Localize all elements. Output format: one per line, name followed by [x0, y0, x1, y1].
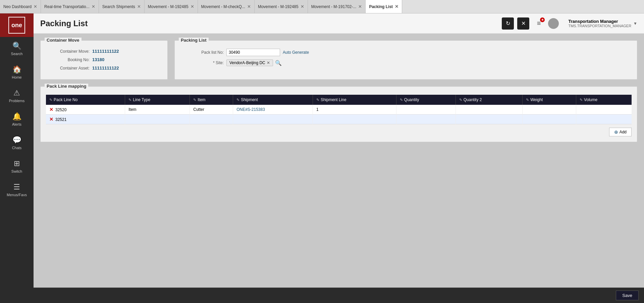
table-cell [455, 105, 522, 115]
edit-col-icon-pack-line-no[interactable]: ✎ [49, 98, 52, 102]
sidebar-label-switch: Switch [11, 169, 22, 173]
tab-movement-192485-2[interactable]: Movement - M-192485✕ [255, 0, 308, 13]
pack-list-no-row: Pack list No: Auto Generate [180, 49, 632, 56]
container-field-label: Container Move: [46, 49, 90, 54]
container-field-row: Container Asset:11111111122 [46, 66, 162, 71]
tab-close-search-shipments[interactable]: ✕ [137, 4, 141, 9]
table-cell [190, 115, 233, 124]
tab-close-movement-192485[interactable]: ✕ [191, 4, 194, 9]
table-row[interactable]: ✕32520ItemCutterONE#S-2153831 [46, 105, 632, 115]
notification-area[interactable]: ≡ ★ [533, 17, 545, 30]
th-volume: ✎Volume [576, 95, 632, 105]
th-line-type: ✎Line Type [125, 95, 190, 105]
sidebar: one 🔍Search🏠Home⚠Problems🔔Alerts💬Chats⊞S… [0, 13, 34, 303]
shipment-link[interactable]: ONE#S-215383 [236, 107, 265, 112]
edit-col-icon-shipment-line[interactable]: ✎ [316, 98, 319, 102]
container-field-row: Container Move:11111111122 [46, 49, 162, 54]
tab-label-packing-list: Packing List [369, 4, 393, 9]
edit-col-icon-shipment[interactable]: ✎ [236, 98, 239, 102]
sidebar-item-menus-favs[interactable]: ☰Menus/Favs [0, 178, 34, 202]
edit-col-icon-weight[interactable]: ✎ [526, 98, 529, 102]
switch-icon: ⊞ [14, 159, 20, 168]
pack-list-no-input[interactable] [226, 49, 280, 56]
close-page-button[interactable]: ✕ [517, 17, 529, 30]
top-panels: Container Move Container Move:1111111112… [40, 40, 637, 80]
save-button[interactable]: Save [616, 291, 639, 300]
table-cell: 1 [313, 105, 396, 115]
chats-icon: 💬 [12, 136, 21, 144]
add-button[interactable]: ⊕ Add [609, 128, 632, 136]
sidebar-logo[interactable]: one [0, 13, 34, 37]
pack-line-no-value: 32521 [55, 117, 66, 122]
tab-close-neo-dashboard[interactable]: ✕ [34, 4, 37, 9]
add-btn-row: ⊕ Add [46, 128, 632, 136]
tab-packing-list[interactable]: Packing List✕ [366, 0, 402, 13]
edit-col-icon-quantity[interactable]: ✎ [400, 98, 403, 102]
row-delete-button[interactable]: ✕ [49, 107, 53, 112]
row-delete-button[interactable]: ✕ [49, 117, 53, 122]
container-field-label: Booking No: [46, 57, 90, 62]
pack-line-no-value: 32520 [55, 107, 66, 112]
th-item: ✎Item [190, 95, 233, 105]
table-cell [233, 115, 313, 124]
tab-real-time-transport[interactable]: Real-time Transportatio...✕ [41, 0, 99, 13]
edit-col-icon-volume[interactable]: ✎ [580, 98, 583, 102]
content-area: Packing List ↻ ✕ ≡ ★ Transportation Mana… [34, 13, 644, 303]
edit-col-icon-quantity2[interactable]: ✎ [459, 98, 462, 102]
home-icon: 🏠 [12, 65, 21, 74]
tab-close-real-time-transport[interactable]: ✕ [92, 4, 95, 9]
tab-movement-192485[interactable]: Movement - M-192485✕ [145, 0, 198, 13]
sidebar-item-search[interactable]: 🔍Search [0, 37, 34, 60]
page-body: Container Move Container Move:1111111112… [34, 34, 644, 288]
user-info: Transportation Manager TMS.TRANSPORTATIO… [568, 19, 631, 28]
tab-label-real-time-transport: Real-time Transportatio... [44, 4, 90, 9]
sidebar-label-menus-favs: Menus/Favs [7, 193, 27, 197]
problems-icon: ⚠ [13, 89, 20, 97]
container-field-value: 11111111122 [92, 66, 119, 71]
tab-close-movement-checkq[interactable]: ✕ [247, 4, 251, 9]
tab-bar: Neo Dashboard✕Real-time Transportatio...… [0, 0, 644, 13]
sidebar-item-problems[interactable]: ⚠Problems [0, 84, 34, 107]
table-cell [125, 115, 190, 124]
table-cell [396, 115, 455, 124]
sidebar-item-alerts[interactable]: 🔔Alerts [0, 107, 34, 131]
sidebar-label-home: Home [12, 75, 21, 79]
container-field-value: 11111111122 [92, 49, 119, 54]
tab-neo-dashboard[interactable]: Neo Dashboard✕ [0, 0, 41, 13]
container-field-label: Container Asset: [46, 66, 90, 71]
tab-movement-checkq[interactable]: Movement - M-checkQ...✕ [198, 0, 255, 13]
table-cell [523, 115, 576, 124]
edit-col-icon-line-type[interactable]: ✎ [128, 98, 131, 102]
sidebar-item-home[interactable]: 🏠Home [0, 60, 34, 84]
th-label-pack-line-no: Pack Line No [54, 97, 77, 102]
site-tag-remove-button[interactable]: ✕ [267, 60, 270, 65]
tab-label-neo-dashboard: Neo Dashboard [3, 4, 32, 9]
tab-label-movement-191702: Movement - M-191702-... [311, 4, 357, 9]
tab-close-packing-list[interactable]: ✕ [395, 4, 398, 9]
pack-line-table-container: ✎Pack Line No✎Line Type✎Item✎Shipment✎Sh… [46, 95, 632, 124]
table-row[interactable]: ✕32521 [46, 115, 632, 124]
edit-col-icon-item[interactable]: ✎ [193, 98, 196, 102]
sidebar-item-switch[interactable]: ⊞Switch [0, 155, 34, 178]
auto-generate-link[interactable]: Auto Generate [283, 50, 309, 55]
user-name: Transportation Manager [568, 19, 618, 24]
table-header: ✎Pack Line No✎Line Type✎Item✎Shipment✎Sh… [46, 95, 632, 105]
th-shipment: ✎Shipment [233, 95, 313, 105]
add-label: Add [620, 130, 627, 134]
th-label-quantity: Quantity [404, 97, 419, 102]
pack-line-table: ✎Pack Line No✎Line Type✎Item✎Shipment✎Sh… [46, 95, 632, 124]
tab-close-movement-192485-2[interactable]: ✕ [301, 4, 304, 9]
page-header: Packing List ↻ ✕ ≡ ★ Transportation Mana… [34, 13, 644, 34]
tab-movement-191702[interactable]: Movement - M-191702-...✕ [308, 0, 366, 13]
user-dropdown[interactable]: Transportation Manager TMS.TRANSPORTATIO… [565, 19, 637, 28]
site-search-button[interactable]: 🔍 [275, 60, 282, 66]
tab-label-movement-192485-2: Movement - M-192485 [258, 4, 299, 9]
table-body: ✕32520ItemCutterONE#S-2153831✕32521 [46, 105, 632, 124]
tab-close-movement-191702[interactable]: ✕ [358, 4, 362, 9]
th-quantity2: ✎Quantity 2 [455, 95, 522, 105]
th-label-line-type: Line Type [133, 97, 150, 102]
refresh-button[interactable]: ↻ [502, 17, 514, 30]
tab-search-shipments[interactable]: Search Shipments✕ [99, 0, 145, 13]
user-role: TMS.TRANSPORTATION_MANAGER [568, 24, 631, 28]
sidebar-item-chats[interactable]: 💬Chats [0, 131, 34, 155]
